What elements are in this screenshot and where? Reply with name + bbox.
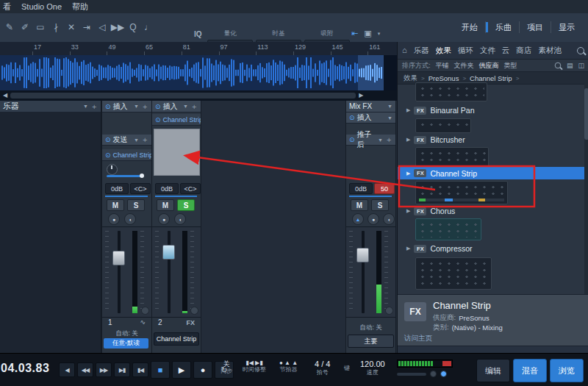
add-insert-icon[interactable]: ＋ xyxy=(385,135,392,145)
add-insert-icon[interactable]: ＋ xyxy=(190,101,198,112)
tab-pool[interactable]: 素材池 xyxy=(538,46,562,56)
split-tool-icon[interactable]: ∤ xyxy=(49,20,62,35)
page-project-button[interactable]: 项目 xyxy=(520,18,551,36)
list-item-channel-strip[interactable]: ▶ FX Channel Strip xyxy=(398,167,588,179)
scroll-right-icon[interactable]: ▶ xyxy=(359,93,363,99)
ch2-gain-field[interactable]: 0dB xyxy=(155,183,179,194)
ch1-mode-bar[interactable]: 任意-默读 xyxy=(104,338,148,349)
plugin-thumbnail[interactable] xyxy=(415,147,489,167)
audio-track-lane[interactable] xyxy=(0,55,397,90)
main-mute-button[interactable]: M xyxy=(351,199,368,211)
plugin-thumbnail[interactable] xyxy=(415,257,492,290)
power-icon[interactable]: ⊙ xyxy=(105,103,111,110)
pencil-tool-icon[interactable]: ✎ xyxy=(3,20,16,35)
mixfx-header[interactable]: Mix FX ▼ xyxy=(346,101,395,112)
monitor-icon[interactable] xyxy=(440,371,447,377)
browse-view-button[interactable]: 浏览 xyxy=(550,359,584,382)
expand-chevron-icon[interactable]: ▶ xyxy=(406,171,410,176)
scrollbar-handle[interactable] xyxy=(10,93,356,99)
ch1-sends-header[interactable]: ⊙ 发送 ▼ ＋ xyxy=(102,135,151,146)
menu-item-help[interactable]: 帮助 xyxy=(72,1,88,12)
mute-tool-icon[interactable]: ✕ xyxy=(65,20,78,35)
ch2-insert-slot[interactable]: ⊙ Channel Strip xyxy=(152,114,201,126)
breadcrumb-channel-strip[interactable]: Channel Strip xyxy=(470,74,512,82)
paint-tool-icon[interactable]: ✐ xyxy=(18,20,32,35)
tempo-group[interactable]: 120.00 速度 xyxy=(360,360,385,376)
punch-group[interactable]: ▮◀ ▶▮ 时间修整 xyxy=(243,360,266,373)
stop-button[interactable]: ■ xyxy=(151,361,170,379)
chevron-down-icon[interactable]: ▼ xyxy=(134,137,139,143)
plugin-thumbnail[interactable] xyxy=(415,218,481,240)
metronome-icons[interactable]: ● ▲ ▲ xyxy=(279,360,298,366)
scroll-left-icon[interactable]: ◀ xyxy=(3,93,7,99)
sync-toggle[interactable]: 关 同步 xyxy=(220,360,232,375)
monitor-icon[interactable]: ▣ xyxy=(364,29,371,37)
list-item-bitcrusher[interactable]: ▶ FX Bitcrusher xyxy=(398,134,588,146)
list-item-chorus[interactable]: ▶ FX Chorus xyxy=(398,205,588,217)
timeline-ruler[interactable]: 173349658197113129145161 xyxy=(0,42,397,56)
grid-view-icon[interactable]: ▤ xyxy=(567,62,573,69)
ch2-solo-button[interactable]: S xyxy=(177,199,195,211)
sort-type[interactable]: 类型 xyxy=(504,61,517,71)
ch1-pan-field[interactable]: <C> xyxy=(130,183,151,194)
zoom-tool-icon[interactable]: Q xyxy=(126,20,140,35)
sort-folder[interactable]: 文件夹 xyxy=(454,61,474,71)
timesig-value[interactable]: 4 / 4 xyxy=(315,360,330,369)
page-song-button[interactable]: 乐曲 xyxy=(488,18,519,36)
tab-loops[interactable]: 循环 xyxy=(458,46,473,56)
menu-item-studio-one[interactable]: Studio One xyxy=(21,2,62,11)
expand-chevron-icon[interactable]: ▶ xyxy=(406,137,410,143)
time-display[interactable]: 04.03.83 xyxy=(1,362,49,375)
ch1-send-slot[interactable]: ⊙ Channel Strip xyxy=(102,149,151,161)
expand-chevron-icon[interactable]: ▶ xyxy=(406,208,410,214)
autoscroll-icon[interactable]: ▶▶ xyxy=(111,20,124,35)
edit-view-button[interactable]: 编辑 xyxy=(476,359,510,382)
chevron-down-icon[interactable]: ▼ xyxy=(83,104,88,109)
meter-options-icon[interactable] xyxy=(141,307,149,315)
chevron-down-icon[interactable]: ▼ xyxy=(183,104,188,109)
return-to-start-icon[interactable]: ⇤ xyxy=(351,29,358,37)
main-solo-button[interactable]: S xyxy=(371,199,389,211)
home-icon[interactable]: ⌂ xyxy=(402,46,407,54)
fast-forward-button[interactable]: ▶▶ xyxy=(96,362,112,377)
power-icon[interactable]: ⊙ xyxy=(155,116,161,124)
listen-tool-icon[interactable]: ◁ xyxy=(96,20,109,35)
add-send-icon[interactable]: ＋ xyxy=(141,135,148,145)
breadcrumb-presonus[interactable]: PreSonus xyxy=(429,74,459,82)
tab-effects[interactable]: 效果 xyxy=(436,46,451,56)
power-icon[interactable]: ⊙ xyxy=(155,103,161,110)
list-view-icon[interactable]: ◫ xyxy=(578,62,584,69)
power-icon[interactable]: ⊙ xyxy=(349,114,355,121)
ch2-name-plate[interactable]: Channel Strip xyxy=(154,332,199,346)
main-inserts-header[interactable]: ⊙ 插入 ▼ xyxy=(346,112,395,124)
record-arm-icon[interactable]: ● xyxy=(158,213,170,225)
add-instrument-icon[interactable]: ＋ xyxy=(90,101,98,112)
add-insert-icon[interactable]: ＋ xyxy=(141,101,148,112)
main-name-plate[interactable]: 主要 xyxy=(348,335,394,348)
meter-options-icon[interactable] xyxy=(385,307,393,315)
chevron-down-icon[interactable]: ▼ xyxy=(387,115,392,121)
meter-options-icon[interactable] xyxy=(190,307,198,315)
power-icon[interactable]: ⊙ xyxy=(349,136,355,143)
expand-chevron-icon[interactable]: ▶ xyxy=(406,246,410,251)
send-level-bar[interactable] xyxy=(107,175,142,177)
main-fader-handle[interactable] xyxy=(356,248,369,262)
return-to-zero-button[interactable]: ▮◀ xyxy=(132,362,148,377)
power-icon[interactable]: ⊙ xyxy=(105,151,111,159)
metronome-group[interactable]: ● ▲ ▲ 节拍器 xyxy=(279,360,298,373)
tab-cloud[interactable]: 云 xyxy=(502,46,510,56)
tempo-value[interactable]: 120.00 xyxy=(360,360,385,369)
record-arm-icon[interactable]: ● xyxy=(108,213,120,225)
send-level-knob[interactable] xyxy=(107,164,118,175)
visit-homepage-link[interactable]: 访问主页 xyxy=(404,334,432,343)
filter-search-icon[interactable] xyxy=(555,62,562,69)
plugin-thumbnail[interactable] xyxy=(415,181,508,204)
ch1-mute-button[interactable]: M xyxy=(107,199,124,211)
rewind-button[interactable]: ◀◀ xyxy=(77,362,93,377)
record-arm-icon[interactable]: ● xyxy=(368,213,379,225)
main-gain-field[interactable]: 0dB xyxy=(349,183,373,194)
scrollbar-handle[interactable] xyxy=(584,88,588,140)
plugin-thumbnail[interactable] xyxy=(415,118,471,133)
plugin-thumbnail[interactable] xyxy=(415,82,487,101)
horizontal-scrollbar[interactable]: ◀ ▶ xyxy=(0,90,397,101)
